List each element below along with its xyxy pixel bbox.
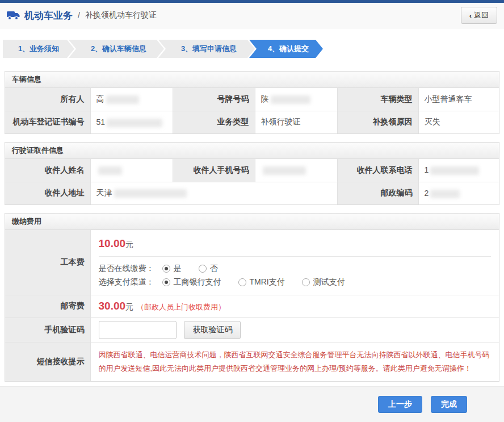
radio-label: 工商银行支付: [174, 277, 221, 287]
online-pay-radio-group: 是否在线缴费： 是 否: [99, 264, 492, 274]
radio-checked-icon[interactable]: [162, 278, 170, 286]
sms-notice-text: 因陕西省联通、电信运营商技术问题，陕西省互联网交通安全综合服务管理平台无法向持陕…: [99, 348, 492, 375]
fees-section: 缴纳费用 工本费 10.00元 是否在线缴费： 是 否: [5, 213, 499, 382]
table-row: 收件人地址 天津 邮政编码 2: [5, 182, 499, 204]
plate-label: 号牌号码: [173, 88, 255, 111]
radio-label: 测试支付: [313, 277, 345, 287]
step-progress-bar: 1、业务须知 2、确认车辆信息 3、填写申请信息 4、确认提交: [3, 40, 504, 58]
table-row: 短信接收提示 因陕西省联通、电信运营商技术问题，陕西省互联网交通安全综合服务管理…: [5, 342, 499, 381]
pickup-info-section: 行驶证取件信息 收件人姓名 收件人手机号码 收件人联系电话 1 收件人地址 天津…: [5, 142, 499, 205]
production-fee-cell: 10.00元 是否在线缴费： 是 否 选择支付渠道：: [90, 230, 499, 295]
previous-step-button[interactable]: 上一步: [378, 396, 422, 413]
table-row: 手机验证码 获取验证码: [5, 317, 499, 342]
redacted-blur: [430, 190, 460, 198]
recipient-mobile-value: [255, 159, 337, 182]
recipient-address-label: 收件人地址: [5, 182, 90, 204]
production-fee-amount: 10.00: [99, 237, 126, 249]
postage-fee-note: （邮政人员上门收取费用）: [137, 303, 225, 311]
table-row: 机动车登记证书编号 51 业务类型 补领行驶证 补换领原因 灭失: [5, 111, 499, 133]
postage-fee-unit: 元: [125, 302, 133, 311]
recipient-phone-value: 1: [418, 159, 499, 182]
pay-channel-question: 选择支付渠道：: [99, 277, 158, 287]
owner-value: 高: [90, 88, 173, 111]
step-3-fill-application[interactable]: 3、填写申请信息: [158, 40, 255, 58]
table-row: 所有人 高 号牌号码 陕 车辆类型 小型普通客车: [5, 88, 499, 111]
production-fee-unit: 元: [125, 240, 133, 249]
pickup-info-table: 收件人姓名 收件人手机号码 收件人联系电话 1 收件人地址 天津 邮政编码 2: [5, 159, 499, 204]
table-row: 邮寄费 30.00元（邮政人员上门收取费用）: [5, 295, 499, 317]
recipient-phone-label: 收件人联系电话: [337, 159, 418, 182]
reason-label: 补换领原因: [337, 111, 418, 133]
redacted-blur: [271, 95, 310, 104]
vehicle-type-value: 小型普通客车: [418, 88, 499, 111]
radio-label: TMRI支付: [250, 277, 285, 287]
vehicle-info-section: 车辆信息 所有人 高 号牌号码 陕 车辆类型 小型普通客车 机动车登记证书编号 …: [5, 71, 499, 134]
page-title: 补换领机动车行驶证: [85, 10, 157, 20]
recipient-mobile-label: 收件人手机号码: [173, 159, 255, 182]
breadcrumb: 机动车业务 / 补换领机动车行驶证: [7, 9, 461, 22]
back-button-label: 返回: [474, 10, 489, 20]
owner-label: 所有人: [5, 88, 90, 111]
step-1-notice[interactable]: 1、业务须知: [3, 40, 74, 58]
radio-unchecked-icon[interactable]: [238, 278, 246, 286]
vehicle-info-table: 所有人 高 号牌号码 陕 车辆类型 小型普通客车 机动车登记证书编号 51 业务…: [5, 88, 499, 133]
table-row: 工本费 10.00元 是否在线缴费： 是 否: [5, 230, 499, 295]
page-header: 机动车业务 / 补换领机动车行驶证 ‹ 返回: [0, 3, 504, 28]
captcha-cell: 获取验证码: [90, 317, 499, 342]
recipient-address-value: 天津: [90, 182, 337, 204]
redacted-blur: [106, 95, 139, 104]
footer-action-bar: 上一步 完成: [0, 386, 504, 422]
online-pay-question: 是否在线缴费：: [99, 264, 158, 274]
vehicle-info-title: 车辆信息: [5, 72, 499, 88]
step-2-confirm-vehicle[interactable]: 2、确认车辆信息: [69, 40, 164, 58]
back-chevron-icon: ‹: [469, 11, 472, 20]
table-row: 收件人姓名 收件人手机号码 收件人联系电话 1: [5, 159, 499, 182]
recipient-name-label: 收件人姓名: [5, 159, 90, 182]
vehicle-type-label: 车辆类型: [337, 88, 418, 111]
pay-channel-radio-group: 选择支付渠道： 工商银行支付 TMRI支付 测试支付: [99, 277, 492, 287]
postage-fee-cell: 30.00元（邮政人员上门收取费用）: [90, 295, 499, 317]
get-captcha-button[interactable]: 获取验证码: [184, 321, 241, 339]
app-title[interactable]: 机动车业务: [24, 9, 73, 22]
channel-option-icbc[interactable]: 工商银行支付: [162, 277, 221, 287]
back-button[interactable]: ‹ 返回: [461, 7, 497, 24]
postage-fee-label: 邮寄费: [5, 295, 90, 317]
fees-title: 缴纳费用: [5, 214, 499, 230]
redacted-blur: [430, 166, 479, 175]
radio-label: 是: [174, 264, 182, 274]
cert-number-label: 机动车登记证书编号: [5, 111, 90, 133]
redacted-blur: [107, 119, 162, 127]
biz-type-label: 业务类型: [173, 111, 255, 133]
postcode-label: 邮政编码: [337, 182, 418, 204]
fees-table: 工本费 10.00元 是否在线缴费： 是 否: [5, 230, 499, 381]
radio-unchecked-icon[interactable]: [199, 265, 207, 273]
online-pay-option-no[interactable]: 否: [199, 264, 218, 274]
postage-fee-amount: 30.00: [99, 300, 126, 312]
production-fee-label: 工本费: [5, 230, 90, 295]
online-pay-option-yes[interactable]: 是: [162, 264, 182, 274]
plate-value: 陕: [255, 88, 337, 111]
step-4-confirm-submit[interactable]: 4、确认提交: [249, 40, 323, 58]
postcode-value: 2: [418, 182, 499, 204]
finish-button[interactable]: 完成: [431, 396, 467, 413]
production-fee-amount-line: 10.00元: [99, 237, 492, 250]
channel-option-tmri[interactable]: TMRI支付: [238, 277, 285, 287]
recipient-name-value: [90, 159, 173, 182]
radio-label: 否: [210, 264, 218, 274]
captcha-input[interactable]: [99, 321, 177, 339]
redacted-blur: [114, 189, 187, 198]
truck-icon: [7, 10, 20, 20]
biz-type-value: 补领行驶证: [255, 111, 337, 133]
pickup-info-title: 行驶证取件信息: [5, 143, 499, 159]
channel-option-test[interactable]: 测试支付: [302, 277, 345, 287]
cert-number-value: 51: [90, 111, 173, 133]
breadcrumb-separator: /: [78, 11, 80, 20]
divider: [99, 256, 492, 257]
sms-notice-cell: 因陕西省联通、电信运营商技术问题，陕西省互联网交通安全综合服务管理平台无法向持陕…: [90, 342, 499, 381]
captcha-label: 手机验证码: [5, 317, 90, 342]
redacted-blur: [98, 166, 122, 175]
reason-value: 灭失: [418, 111, 499, 133]
radio-unchecked-icon[interactable]: [302, 278, 310, 286]
redacted-blur: [263, 166, 306, 175]
radio-checked-icon[interactable]: [162, 265, 170, 273]
